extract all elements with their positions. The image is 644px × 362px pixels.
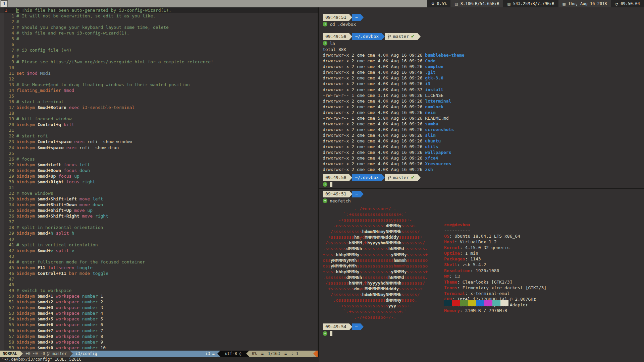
vim-line: 9# Please see https://i3wm.org/docs/user…	[0, 59, 318, 65]
syntax-token: 8	[101, 334, 103, 339]
fold-column	[0, 139, 4, 144]
line-number: 44	[4, 259, 16, 265]
syntax-token: 2	[101, 299, 103, 304]
syntax-token: # switch to workspace	[16, 288, 71, 293]
syntax-token: bindsym	[16, 231, 38, 236]
syntax-token: # move windows	[16, 191, 53, 196]
vim-line: 26# focus	[0, 156, 318, 162]
line-text: set $mod Mod1	[16, 70, 318, 76]
fold-column	[0, 87, 4, 93]
check-icon: ✔	[411, 174, 415, 181]
terminal-window-bottom[interactable]: 09:49:51~→neofetch .-/+oossssoo+/-. `:+s…	[319, 189, 644, 362]
workspace-button-1[interactable]: 1	[1, 0, 8, 7]
line-text	[16, 42, 318, 47]
syntax-token: $mod	[64, 88, 74, 93]
art-segment: hdmmNNmmyNMMMMh	[362, 229, 401, 234]
prompt-git-segment: master✔	[385, 174, 418, 181]
info-value: : 4.15.0-32-generic	[460, 245, 510, 250]
art-segment: +ssss	[323, 269, 336, 274]
scroll-percent: 0%	[252, 351, 257, 357]
vim-line: 29bindsym $mod+Up focus up	[0, 173, 318, 179]
terminal-cursor	[330, 182, 332, 187]
file-name: install	[425, 87, 443, 92]
powerline-arrow-icon	[70, 351, 73, 357]
fold-column	[0, 59, 4, 65]
vim-line: 49# switch to workspace	[0, 288, 318, 293]
status-blocks: ⚙0.5%▤8.10GiB/54.65GiB▥543.25MiB/7.79GiB…	[427, 0, 644, 7]
info-label: Theme	[444, 280, 457, 285]
neofetch-info-row: WM: i3	[444, 274, 639, 279]
vim-line: 52bindsym $mod+3 workspace number 3	[0, 305, 318, 310]
file-name: .git	[425, 70, 435, 75]
syntax-token: $mod+0	[38, 345, 56, 350]
fold-column	[0, 288, 4, 293]
file-row: drwxrwxr-x 2 cme cme 4.0K Aug 16 09:26 l…	[323, 98, 644, 104]
neofetch-output: .-/+oossssoo+/-. `:+ssssssssssssssssss+:…	[323, 206, 644, 320]
line-number: 32	[4, 190, 16, 196]
line-text	[16, 65, 318, 70]
color-palette	[444, 300, 508, 306]
vim-statusline: NORMAL +0 ~0 -0 master i3/config i3 ≡	[0, 351, 318, 357]
vim-line: 27bindsym $mod+Left focus left	[0, 162, 318, 168]
vim-line: 56bindsym $mod+7 workspace number 7	[0, 328, 318, 334]
art-segment: hyyyyhdNMMMNh	[367, 281, 401, 286]
vim-line: 19# kill focused window	[0, 116, 318, 122]
terminal-window-top[interactable]: 09:49:51~→cd .devbox09:49:58~/.devboxmas…	[319, 7, 644, 188]
status-block-text: Thu, Aug 16 2018	[568, 1, 607, 6]
fold-column	[0, 293, 4, 299]
syntax-token: bindsym	[16, 248, 38, 253]
file-row: drwxrwxr-x 2 cme cme 4.0K Aug 16 09:26 b…	[323, 52, 644, 58]
art-segment: dMMMNh	[346, 246, 362, 251]
fold-column	[0, 13, 4, 19]
vim-line: 21	[0, 127, 318, 133]
vim-window[interactable]: 1# This file has been auto-generated by …	[0, 7, 318, 362]
listing-total: total 88K	[323, 47, 644, 52]
art-segment: hNMMM	[349, 281, 362, 286]
art-segment: /ssssssss	[323, 240, 349, 245]
prompt-arrow-icon: →	[323, 331, 327, 336]
syntax-token: bindsym	[16, 179, 38, 184]
line-text: floating_modifier $mod	[16, 87, 318, 93]
vim-line: 12	[0, 76, 318, 82]
art-segment: hyyyyhmNMMMNh	[367, 240, 401, 245]
prompt-path: ~	[352, 191, 361, 197]
vim-line: 57bindsym $mod+8 workspace number 8	[0, 334, 318, 339]
art-segment: yh	[362, 240, 367, 245]
art-segment: yNMMMNyMMh	[330, 258, 357, 263]
vim-command-line: "~/.devbox/i3/config" 163L, 5261C	[0, 357, 319, 362]
line-text: bindsym Control+F11 bar mode toggle	[16, 270, 318, 276]
line-text: bindsym $mod+7 workspace number 7	[16, 328, 318, 334]
shell-prompt: 09:49:51~	[323, 14, 644, 21]
syntax-token: bindsym	[16, 305, 38, 310]
cursor-column: : 1	[291, 351, 299, 357]
file-name: utils	[425, 144, 438, 149]
syntax-token: h	[71, 231, 74, 236]
syntax-token: # Should you change your keyboard layout…	[16, 25, 169, 30]
line-text: # start a terminal	[16, 99, 318, 105]
line-text: bindsym $mod+Shift+Left move left	[16, 196, 318, 202]
syntax-token: bindsym	[16, 105, 38, 110]
bar-spacer	[8, 0, 427, 7]
line-number: 15	[4, 93, 16, 99]
line-number: 46	[4, 270, 16, 276]
fold-column	[0, 322, 4, 327]
syntax-token: number	[82, 294, 101, 299]
neofetch-info-row: Terminal: x-terminal-emul	[444, 291, 639, 296]
fold-column	[0, 248, 4, 253]
powerline-arrow-icon	[349, 33, 352, 40]
vim-line: 50bindsym $mod+1 workspace number 1	[0, 293, 318, 299]
neofetch-info: cme@devbox----------OS: Ubuntu 18.04.1 L…	[444, 222, 639, 313]
syntax-token: bindsym	[16, 196, 38, 201]
file-name: LICENSE	[425, 93, 443, 98]
palette-swatch	[500, 300, 508, 306]
vim-line: 31	[0, 185, 318, 190]
file-meta: drwxrwxr-x 2 cme cme 4.0K Aug 16 09:26	[323, 161, 425, 166]
syntax-token: right	[95, 214, 108, 219]
neofetch-info-row: Theme: Clearlooks [GTK2/3]	[444, 279, 639, 285]
syntax-token: up	[87, 208, 93, 213]
line-number: 51	[4, 299, 16, 305]
syntax-token: 7	[101, 328, 103, 333]
git-branch-icon	[47, 352, 50, 356]
line-text: # Use Mouse+$mod to drag floating window…	[16, 82, 318, 87]
syntax-token: # It will not be overwritten, so edit it…	[16, 13, 156, 18]
